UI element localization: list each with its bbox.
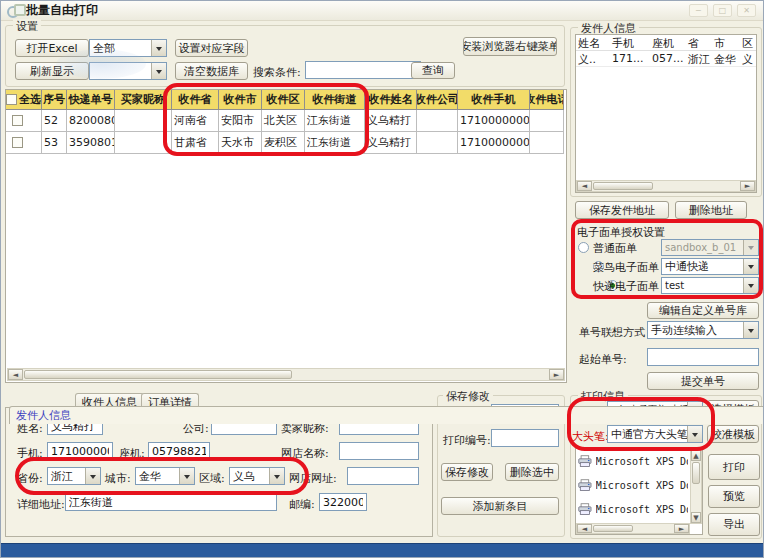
calibrate-template-button[interactable]: 校准模板 [707,425,759,443]
shop-name-field[interactable] [339,442,419,460]
export-button[interactable]: 导出 [708,513,760,536]
tab-sender-info[interactable]: 发件人信息 [9,406,764,424]
printer-hscroll-thumb[interactable] [593,525,633,532]
landline-field[interactable] [148,442,210,460]
printer-list[interactable]: Microsoft XPS DocumeMicrosoft XPS Docume… [575,448,703,535]
select-all-checkbox[interactable] [6,94,17,105]
filter-dropdown[interactable]: 全部 [89,39,167,57]
query-button[interactable]: 查询 [411,62,455,79]
express-sheet-dropdown[interactable]: test [661,277,759,294]
marker-pen-label: 大头笔: [572,429,609,444]
zip-field[interactable] [319,493,367,511]
add-new-entry-button[interactable]: 添加新条目 [441,497,559,515]
refresh-button[interactable]: 刷新显示 [15,62,89,80]
sender-col-header: 区 [740,35,760,50]
app-icon [7,4,22,17]
district-dropdown[interactable]: 义乌 [229,467,285,485]
orders-hscrollbar[interactable]: ◄ ► [7,368,565,381]
sender-grid-row[interactable]: 义..171...057...浙江金华义 [576,51,756,67]
chevron-down-icon[interactable] [179,468,194,484]
orders-col-header: 收件区 [262,90,305,110]
save-sender-address-button[interactable]: 保存发件地址 [575,201,669,219]
close-button[interactable]: ✕ [737,4,756,17]
orders-hscroll-thumb[interactable] [24,370,292,379]
assoc-mode-dropdown[interactable]: 手动连续输入 [647,321,759,339]
delete-address-button[interactable]: 删除地址 [675,201,747,219]
sender-col-header: 座机 [650,35,686,50]
printer-hscrollbar[interactable]: ◄ ► [576,523,690,534]
printer-vscrollbar[interactable]: ▲ ▼ [690,449,702,524]
orders-col-header-label: 快递单号 [69,92,113,107]
radio-cainiao-sheet-label: 菜鸟电子面单 [593,260,659,275]
chevron-down-icon[interactable] [743,259,758,274]
printer-name: Microsoft XPS Docume [596,504,688,515]
minimize-button[interactable]: ─ [689,4,708,17]
table-cell: 天水市 [219,132,262,154]
row-checkbox[interactable] [12,137,23,148]
address-field[interactable] [65,493,277,511]
table-cell: 8200080821 [67,110,115,132]
printer-list-item[interactable]: Microsoft XPS Docume [576,449,688,473]
row-checkbox[interactable] [12,115,23,126]
maximize-button[interactable]: □ [713,4,732,17]
print-number-field[interactable] [491,429,559,447]
marker-pen-dropdown[interactable]: 中通官方大头笔 [607,425,703,443]
scroll-left-icon[interactable]: ◄ [577,524,592,533]
chevron-down-icon[interactable] [151,63,166,79]
scroll-down-icon[interactable]: ▼ [691,512,701,523]
printer-list-item[interactable]: Microsoft XPS Docume [576,497,688,521]
filter2-dropdown[interactable] [89,62,167,80]
scroll-right-icon[interactable]: ► [549,369,564,380]
orders-col-header: 收件电话 [530,90,564,110]
row-select-cell[interactable] [6,132,42,154]
row-select-cell[interactable] [6,110,42,132]
delete-selected-button[interactable]: 删除选中 [505,463,559,481]
table-row[interactable]: 528200080821河南省安阳市北关区江东街道义乌精打17100000000 [6,110,566,132]
printer-icon [578,502,592,517]
chevron-down-icon[interactable] [743,322,758,338]
table-cell: 17100000000 [458,110,530,132]
shop-url-field[interactable] [347,467,419,485]
edit-custom-waybill-button[interactable]: 编辑自定义单号库 [647,302,759,319]
printer-list-item[interactable]: Microsoft XPS Docume [576,473,688,497]
start-number-input[interactable] [647,348,759,366]
assoc-mode-label: 单号联想方式 [579,325,645,340]
chevron-down-icon[interactable] [151,40,166,56]
shop-name-label: 网店名称: [281,446,329,461]
chevron-down-icon[interactable] [687,426,702,442]
province-dropdown[interactable]: 浙江 [47,467,101,485]
clear-db-button[interactable]: 清空数据库 [175,62,248,80]
printer-vscroll-thumb[interactable] [692,462,700,484]
chevron-down-icon[interactable] [85,468,100,484]
chevron-down-icon[interactable] [743,278,758,293]
cainiao-sheet-dropdown[interactable]: 中通快递 [661,258,759,275]
mobile-field[interactable] [47,442,113,460]
open-excel-button[interactable]: 打开Excel [15,39,89,57]
set-fields-button[interactable]: 设置对应字段 [175,39,248,57]
save-changes-button[interactable]: 保存修改 [441,463,493,481]
orders-col-header: 收件手机 [458,90,530,110]
search-input[interactable] [305,61,421,79]
sender-grid-header: 姓名手机座机省市区 [576,35,756,51]
submit-waybill-button[interactable]: 提交单号 [647,372,759,390]
scroll-right-icon[interactable]: ► [674,524,689,533]
orders-table-body: 528200080821河南省安阳市北关区江东街道义乌精打17100000000… [6,110,566,154]
city-dropdown[interactable]: 金华 [135,467,195,485]
province-dropdown-value: 浙江 [48,468,85,485]
scroll-right-icon[interactable]: ► [740,181,755,191]
preview-button[interactable]: 预览 [708,485,760,508]
table-cell [530,132,564,154]
printer-icon [578,454,592,469]
scroll-up-icon[interactable]: ▲ [691,450,701,461]
print-button[interactable]: 打印 [708,454,760,480]
sender-hscrollbar[interactable]: ◄ ► [576,180,756,192]
sender-hscroll-thumb[interactable] [593,182,653,190]
radio-normal-sheet[interactable] [578,242,589,253]
table-row[interactable]: 533590801121甘肃省天水市麦积区江东街道义乌精打17100000000 [6,132,566,154]
table-cell: 义乌精打 [365,110,417,132]
esheet-label: 电子面单授权设置 [577,225,665,240]
scroll-left-icon[interactable]: ◄ [577,181,592,191]
scroll-left-icon[interactable]: ◄ [8,369,23,380]
chevron-down-icon[interactable] [269,468,284,484]
install-browser-menu-button[interactable]: 安装浏览器右键菜单 [463,37,557,56]
